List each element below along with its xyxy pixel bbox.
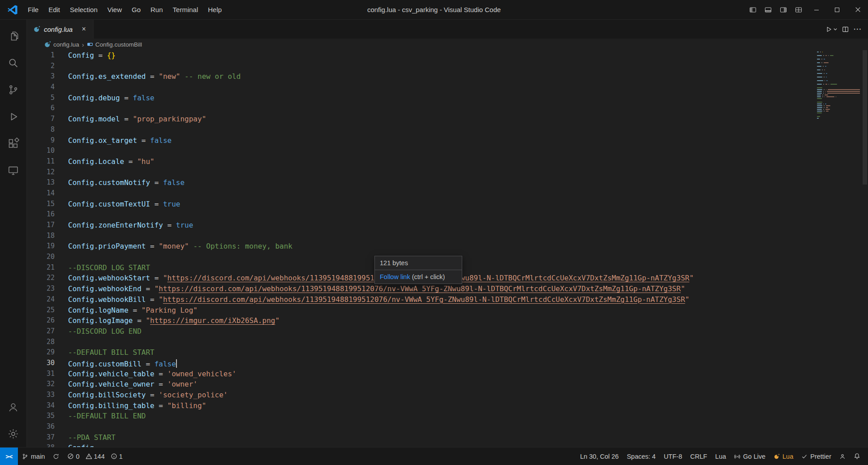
scrollbar-thumb[interactable] — [863, 50, 867, 185]
code-line[interactable]: 11Config.Locale = "hu" — [27, 156, 868, 167]
code-token: = — [146, 242, 159, 250]
code-token: Config.billSociety — [68, 391, 146, 399]
minimap-segment — [823, 66, 824, 67]
editor[interactable]: 1Config = {}23Config.es_extended = "new"… — [27, 50, 868, 447]
code-line[interactable]: 15Config.customTextUI = true — [27, 199, 868, 210]
tab-config-lua[interactable]: config.lua × — [27, 20, 94, 39]
code-line[interactable]: 30Config.customBill = false — [27, 358, 868, 369]
code-line[interactable]: 4 — [27, 82, 868, 93]
feedback-status[interactable] — [835, 448, 850, 465]
minimap[interactable] — [815, 51, 860, 119]
follow-link[interactable]: Follow link — [380, 273, 410, 280]
code-line[interactable]: 16 — [27, 209, 868, 220]
menu-view[interactable]: View — [103, 3, 127, 17]
menu-edit[interactable]: Edit — [43, 3, 65, 17]
close-button[interactable] — [847, 0, 868, 19]
code-line[interactable]: 34Config.billing_table = "billing" — [27, 400, 868, 411]
minimap-segment — [817, 77, 822, 78]
code-link[interactable]: https://discord.com/api/webhooks/1139519… — [163, 295, 685, 304]
minimap-segment — [824, 89, 825, 90]
code-line[interactable]: 37--PDA START — [27, 432, 868, 443]
explorer-icon[interactable] — [0, 22, 27, 49]
settings-icon[interactable] — [0, 420, 27, 447]
code-line[interactable]: 38Config. — [27, 443, 868, 447]
code-line[interactable]: 1Config = {} — [27, 50, 868, 61]
remote-explorer-icon[interactable] — [0, 157, 27, 184]
code-line[interactable]: 2 — [27, 61, 868, 72]
code-line[interactable]: 12 — [27, 167, 868, 178]
code-line[interactable]: 28 — [27, 337, 868, 348]
breadcrumb-item[interactable]: Config.customBill — [87, 41, 142, 48]
menu-help[interactable]: Help — [203, 3, 227, 17]
vscode-logo-icon — [7, 4, 18, 16]
line-number: 7 — [27, 114, 68, 125]
menu-selection[interactable]: Selection — [65, 3, 103, 17]
prettier-status[interactable]: Prettier — [797, 448, 835, 465]
code-line[interactable]: 7Config.model = "prop_parkingpay" — [27, 114, 868, 125]
cursor-position-status[interactable]: Ln 30, Col 26 — [576, 448, 623, 465]
go-live-status[interactable]: Go Live — [730, 448, 769, 465]
code-line[interactable]: 17Config.zoneEnterNotify = true — [27, 220, 868, 231]
remote-indicator[interactable]: >< — [0, 448, 18, 465]
eol-sequence-status[interactable]: CRLF — [686, 448, 711, 465]
code-line[interactable]: 6 — [27, 103, 868, 114]
code-line[interactable]: 31Config.vehicle_table = 'owned_vehicles… — [27, 369, 868, 379]
code-link[interactable]: https://imgur.com/iXb26SA.png — [150, 316, 275, 325]
code-line[interactable]: 26Config.logImage = "https://imgur.com/i… — [27, 315, 868, 326]
code-line[interactable]: 24Config.webhookBill = "https://discord.… — [27, 294, 868, 305]
code-text: Config.billSociety = 'society_police' — [68, 390, 228, 400]
toggle-primary-sidebar-icon[interactable] — [745, 0, 761, 19]
code-line[interactable]: 23Config.webhookEnd = "https://discord.c… — [27, 284, 868, 294]
minimap-segment — [817, 98, 822, 99]
language-mode-status[interactable]: Lua — [711, 448, 730, 465]
toggle-secondary-sidebar-icon[interactable] — [776, 0, 791, 19]
minimize-button[interactable] — [806, 0, 827, 19]
code-line[interactable]: 29--DEFAULT BILL START — [27, 347, 868, 358]
lua-language-server-status[interactable]: Lua — [769, 448, 797, 465]
code-line[interactable]: 8 — [27, 125, 868, 135]
code-line[interactable]: 35--DEFAULT BILL END — [27, 411, 868, 422]
code-line[interactable]: 25Config.logName = "Parking Log" — [27, 305, 868, 316]
search-icon[interactable] — [0, 49, 27, 76]
menu-terminal[interactable]: Terminal — [168, 3, 203, 17]
menu-file[interactable]: File — [23, 3, 43, 17]
menu-go[interactable]: Go — [127, 3, 146, 17]
symbol-boolean-icon — [87, 41, 93, 47]
extensions-icon[interactable] — [0, 130, 27, 157]
code-token: " — [685, 295, 690, 304]
code-line[interactable]: 19Config.prioPayment = "money" -- Option… — [27, 241, 868, 252]
code-line[interactable]: 5Config.debug = false — [27, 93, 868, 103]
notifications-status[interactable] — [850, 448, 864, 465]
code-line[interactable]: 36 — [27, 422, 868, 432]
code-line[interactable]: 14 — [27, 188, 868, 199]
code-line[interactable]: 13Config.customNotify = false — [27, 177, 868, 188]
code-line[interactable]: 27--DISCORD LOG END — [27, 326, 868, 337]
minimap-segment — [825, 96, 825, 98]
split-editor-button[interactable] — [842, 26, 849, 33]
tab-close-icon[interactable]: × — [79, 24, 89, 34]
indentation-status[interactable]: Spaces: 4 — [623, 448, 660, 465]
code-line[interactable]: 10 — [27, 146, 868, 156]
code-token: 'owned_vehicles' — [168, 370, 236, 378]
code-line[interactable]: 3Config.es_extended = "new" -- new or ol… — [27, 71, 868, 82]
code-line[interactable]: 9Config.ox_target = false — [27, 135, 868, 146]
code-line[interactable]: 32Config.vehicle_owner = 'owner' — [27, 379, 868, 390]
breadcrumb-item[interactable]: config.lua — [44, 41, 79, 48]
customize-layout-icon[interactable] — [791, 0, 806, 19]
maximize-button[interactable] — [827, 0, 847, 19]
menu-run[interactable]: Run — [146, 3, 168, 17]
code-line[interactable]: 33Config.billSociety = 'society_police' — [27, 390, 868, 400]
toggle-panel-icon[interactable] — [761, 0, 776, 19]
sync-status[interactable] — [49, 448, 63, 465]
code-line[interactable]: 18 — [27, 231, 868, 241]
more-actions-button[interactable]: ⋯ — [853, 27, 862, 31]
code-link[interactable]: https://discord.com/api/webhooks/1139519… — [159, 284, 681, 293]
problems-status[interactable]: 01441 — [63, 448, 126, 465]
source-control-icon[interactable] — [0, 76, 27, 103]
run-and-debug-icon[interactable] — [0, 103, 27, 130]
vertical-scrollbar[interactable] — [862, 50, 868, 447]
branch-status[interactable]: main — [18, 448, 49, 465]
run-or-debug-button[interactable] — [825, 26, 838, 33]
account-icon[interactable] — [0, 393, 27, 420]
encoding-status[interactable]: UTF-8 — [660, 448, 686, 465]
